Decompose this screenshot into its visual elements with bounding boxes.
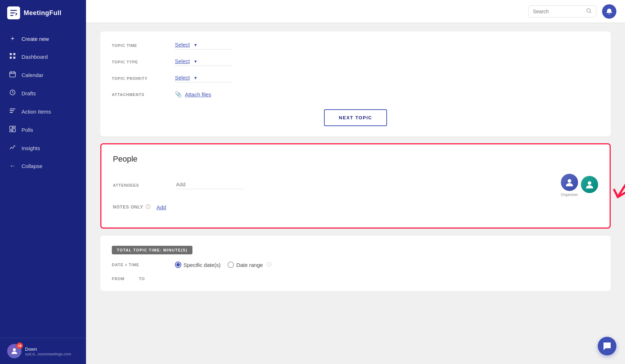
avatars-container: Organizer [561,174,598,197]
notes-only-row: NOTES ONLY ⓘ Add [113,204,598,210]
attachments-label: ATTACHMENTS [112,92,169,97]
logo-icon [7,6,20,19]
main: TOPIC TIME Select ▾ TOPIC TYPE Select ▾ … [86,0,625,364]
sidebar-item-drafts[interactable]: Drafts [0,84,86,102]
to-label: TO [139,277,145,281]
calendar-icon [9,71,16,79]
topic-time-row: TOPIC TIME Select ▾ [112,42,599,49]
paperclip-icon: 📎 [175,91,182,98]
sidebar-item-collapse[interactable]: ← Collapse [0,157,86,175]
attendees-row: ATTENDEES [113,174,598,197]
notes-only-add-link[interactable]: Add [157,204,166,210]
user-profile-area: 18 Down syd.d...noonmeetings.com [0,338,86,364]
sidebar-item-label: Create new [22,36,49,42]
user-info: 18 Down syd.d...noonmeetings.com [7,344,79,358]
form-section: TOPIC TIME Select ▾ TOPIC TYPE Select ▾ … [100,32,611,136]
dashboard-icon [9,53,16,61]
svg-rect-7 [10,130,12,132]
action-items-icon [9,107,16,116]
sidebar-item-label: Polls [22,127,33,133]
collapse-icon: ← [9,162,16,170]
svg-point-13 [588,181,591,185]
date-range-label: Date range [236,262,263,268]
sidebar-item-label: Insights [22,145,40,151]
svg-point-12 [568,179,571,183]
attachments-row: ATTACHMENTS 📎 Attach files [112,91,599,98]
radio-dot-specific [176,263,180,267]
topic-priority-row: TOPIC PRIORITY Select ▾ [112,75,599,82]
date-range-option[interactable]: Date range ⓘ [228,262,271,268]
specific-dates-option[interactable]: Specific date(s) [175,262,220,268]
notes-only-label: NOTES ONLY ⓘ [113,204,151,210]
people-wrapper: People ATTENDEES [100,143,611,229]
user-name: Down [25,346,71,352]
chat-bubble-button[interactable] [598,337,616,355]
attendees-input[interactable] [176,181,244,189]
search-container[interactable] [528,5,596,18]
sidebar-item-insights[interactable]: Insights [0,139,86,157]
sidebar-item-action-items[interactable]: Action Items [0,102,86,121]
radio-circle-specific [175,262,181,268]
organizer-label: Organizer [561,192,578,197]
sidebar-item-create-new[interactable]: + Create new [0,30,86,48]
sidebar-nav: + Create new Dashboard [0,26,86,338]
svg-rect-6 [10,126,12,129]
logo[interactable]: MeetingFull [0,0,86,26]
people-title: People [113,154,598,164]
chevron-down-icon: ▾ [194,42,197,48]
from-label: FROM [112,277,125,281]
sidebar-item-polls[interactable]: Polls [0,121,86,139]
search-icon [586,8,592,15]
topic-priority-value: Select [175,75,190,81]
topic-type-value: Select [175,58,190,64]
organizer-avatar [561,174,578,191]
sidebar-item-calendar[interactable]: Calendar [0,66,86,84]
sidebar-item-label: Calendar [22,72,43,78]
notification-button[interactable] [602,4,616,19]
topic-time-select[interactable]: Select ▾ [175,42,232,49]
sidebar: MeetingFull + Create new Dashboard [0,0,86,364]
notification-badge: 18 [16,343,23,349]
user-details: Down syd.d...noonmeetings.com [25,346,71,356]
attendees-label: ATTENDEES [113,183,170,187]
total-topic-time-bar: TOTAL TOPIC TIME: MINUTE(S) [112,246,192,254]
plus-icon: + [9,35,16,43]
from-to-labels: FROM TO [112,277,599,281]
attendees-input-area: Organizer [176,174,598,197]
info-icon-date: ⓘ [267,262,272,268]
date-options: Specific date(s) Date range ⓘ [175,262,272,268]
drafts-icon [9,89,16,97]
insights-icon [9,144,16,152]
svg-rect-2 [10,57,12,59]
avatar[interactable]: 18 [7,344,22,358]
topic-time-value: Select [175,42,190,48]
organizer-avatar-item: Organizer [561,174,578,197]
svg-rect-4 [10,72,15,77]
search-input[interactable] [533,9,583,14]
sidebar-item-label: Collapse [22,163,42,169]
svg-rect-8 [13,126,15,128]
next-topic-button[interactable]: NEXT TOPIC [324,109,387,126]
people-section: People ATTENDEES [100,143,611,229]
svg-rect-0 [10,53,12,55]
svg-point-10 [13,348,16,351]
svg-rect-3 [13,57,15,59]
attach-files-text: Attach files [185,91,211,97]
chevron-down-icon: ▾ [194,58,197,64]
sidebar-item-dashboard[interactable]: Dashboard [0,48,86,66]
info-icon: ⓘ [145,204,151,210]
attach-files-button[interactable]: 📎 Attach files [175,91,211,98]
user-email: syd.d...noonmeetings.com [25,352,71,356]
next-btn-container: NEXT TOPIC [112,109,599,126]
bottom-section: TOTAL TOPIC TIME: MINUTE(S) DATE + TIME … [100,236,611,291]
radio-circle-range [228,262,234,268]
topic-priority-select[interactable]: Select ▾ [175,75,232,82]
content: TOPIC TIME Select ▾ TOPIC TYPE Select ▾ … [86,23,625,364]
topic-priority-label: TOPIC PRIORITY [112,76,169,81]
topic-type-label: TOPIC TYPE [112,60,169,64]
chevron-down-icon: ▾ [194,75,197,81]
topic-type-select[interactable]: Select ▾ [175,58,232,66]
sidebar-item-label: Action Items [22,109,51,115]
specific-dates-label: Specific date(s) [183,262,220,268]
header [86,0,625,23]
